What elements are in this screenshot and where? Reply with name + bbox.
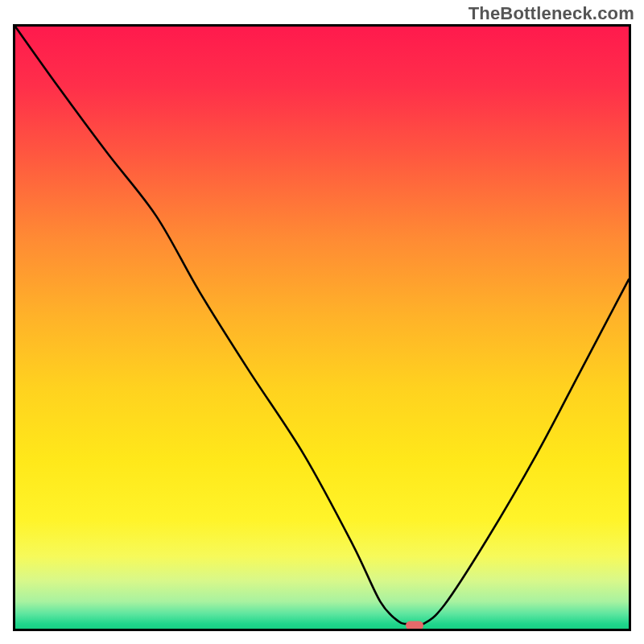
chart-stage: TheBottleneck.com — [0, 0, 644, 644]
bottleneck-curve — [15, 27, 629, 629]
optimal-point-marker — [406, 621, 423, 630]
plot-area — [13, 24, 631, 631]
watermark-text: TheBottleneck.com — [469, 3, 634, 24]
